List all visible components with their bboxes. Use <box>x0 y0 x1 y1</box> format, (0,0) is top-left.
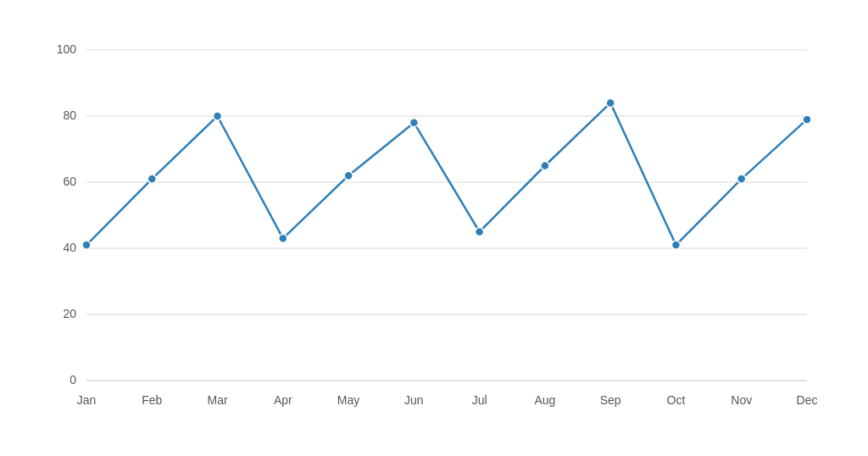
svg-point-35 <box>737 175 746 183</box>
svg-point-32 <box>541 162 549 170</box>
svg-point-27 <box>214 112 222 120</box>
svg-text:Dec: Dec <box>797 393 818 407</box>
svg-point-29 <box>344 171 353 180</box>
svg-text:May: May <box>337 393 359 407</box>
svg-text:Oct: Oct <box>667 393 686 407</box>
svg-text:Sep: Sep <box>600 393 621 407</box>
svg-point-33 <box>606 98 615 107</box>
svg-point-31 <box>476 228 484 236</box>
svg-point-30 <box>409 119 418 127</box>
svg-text:Mar: Mar <box>207 393 227 407</box>
svg-text:Jul: Jul <box>472 393 487 407</box>
svg-point-25 <box>82 241 91 249</box>
svg-text:0: 0 <box>70 373 76 386</box>
chart-container: 020406080100JanFebMarAprMayJunJulAugSepO… <box>27 25 841 431</box>
svg-text:Feb: Feb <box>142 393 162 407</box>
svg-text:Jun: Jun <box>404 393 424 407</box>
svg-point-34 <box>671 241 680 249</box>
svg-text:Jan: Jan <box>77 393 97 407</box>
svg-point-28 <box>279 234 287 242</box>
svg-text:Nov: Nov <box>731 393 752 407</box>
svg-text:100: 100 <box>57 42 77 56</box>
svg-text:40: 40 <box>63 241 76 254</box>
svg-text:Aug: Aug <box>534 393 555 407</box>
svg-text:Apr: Apr <box>274 393 292 407</box>
svg-text:80: 80 <box>63 108 76 122</box>
svg-text:60: 60 <box>63 175 76 188</box>
svg-point-26 <box>147 175 156 183</box>
svg-text:20: 20 <box>63 307 76 320</box>
svg-point-36 <box>803 115 811 124</box>
